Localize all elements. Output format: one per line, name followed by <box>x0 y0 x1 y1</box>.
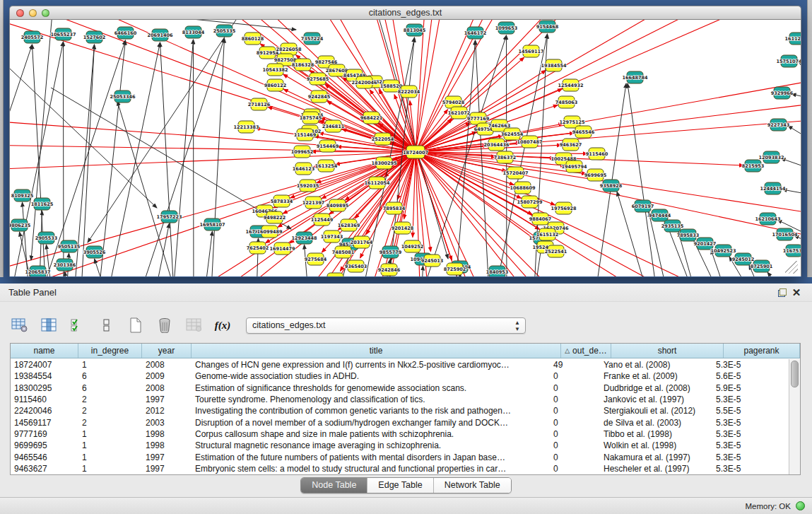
graph-node-label: 9474444 <box>649 213 671 218</box>
graph-node-label: 7357224 <box>301 36 324 42</box>
network-window-titlebar[interactable]: citations_edges.txt <box>9 6 801 20</box>
graph-node-label: 7625402 <box>247 245 269 251</box>
table-cell: Investigating the contribution of common… <box>192 406 550 416</box>
table-cell: Hescheler et al. (1997) <box>600 464 712 474</box>
graph-node-label: 10492523 <box>710 248 736 254</box>
table-cell: 1 <box>78 452 142 462</box>
table-cell: Stergiakouli et al. (2012) <box>600 406 712 416</box>
graph-node-label: 9154469 <box>317 144 339 149</box>
table-cell: Wolkin et al. (1998) <box>600 440 712 450</box>
table-scrollbar-thumb[interactable] <box>791 361 799 387</box>
column-header-name[interactable]: name <box>11 344 78 358</box>
table-cell: 22420046 <box>11 406 78 416</box>
citation-edge-black <box>23 202 32 276</box>
table-row[interactable]: 969969511998Structural magnetic resonanc… <box>11 440 789 451</box>
column-header-out_de[interactable]: △out_de… <box>561 344 611 358</box>
graph-node-label: 1646123 <box>293 166 315 172</box>
table-cell: 19384554 <box>11 371 78 381</box>
citation-edge-black <box>102 42 160 276</box>
graph-node-label: 9505135 <box>58 244 81 250</box>
graph-node-label: 6079197 <box>632 204 654 209</box>
graph-node-label: 12065837 <box>25 269 50 275</box>
tab-node-table[interactable]: Node Table <box>301 478 367 493</box>
graph-node-label: 8725901 <box>751 264 773 269</box>
network-window-title: citations_edges.txt <box>10 8 801 18</box>
select-all-checks-button[interactable] <box>68 316 88 334</box>
delete-table-button[interactable] <box>155 316 175 334</box>
table-cell: Estimation of significance thresholds fo… <box>192 383 550 393</box>
citation-edge-black <box>117 101 180 276</box>
graph-node-label: 7895833 <box>677 233 700 238</box>
table-row[interactable]: 946554611997Estimation of the future num… <box>11 451 789 462</box>
table-row[interactable]: 977716911998Corpus callosum shape and si… <box>11 428 789 440</box>
table-row[interactable]: 1938455462009Genome-wide association stu… <box>11 370 789 382</box>
graph-node-label: 2505335 <box>213 28 236 34</box>
background-window-left[interactable] <box>0 0 4 277</box>
table-cell: 18724007 <box>11 360 78 370</box>
graph-node-label: 5878334 <box>271 199 293 204</box>
column-header-short[interactable]: short <box>611 344 724 358</box>
fx-icon: f(x) <box>215 320 231 332</box>
column-header-in_degree[interactable]: in_degree <box>78 344 142 358</box>
citation-edge-black <box>201 231 213 276</box>
table-cell: 5.3E-5 <box>712 418 789 428</box>
graph-node-label: 9806235 <box>10 223 31 228</box>
table-cell: 2009 <box>142 371 192 381</box>
graph-node-label: 15751074 <box>776 59 801 64</box>
row-height-icon <box>102 318 111 332</box>
table-cell: Tourette syndrome. Phenomenology and cla… <box>192 395 550 404</box>
graph-node-label: 1613254 <box>315 163 338 169</box>
table-cell: 5.3E-5 <box>712 429 789 439</box>
graph-node-label: 2301386 <box>54 262 76 268</box>
column-header-pagerank[interactable]: pagerank <box>724 344 800 358</box>
tab-edge-table[interactable]: Edge Table <box>367 478 433 493</box>
table-row[interactable]: 1872400712008Changes of HCN gene express… <box>11 359 789 370</box>
graph-node-label: 20364436 <box>483 142 510 148</box>
graph-node-label: 19384554 <box>541 63 567 69</box>
new-table-button[interactable] <box>126 316 146 334</box>
window-resize-grip[interactable] <box>785 261 798 274</box>
graph-node-label: 10807487 <box>517 139 542 145</box>
table-cell: de Silva et al. (2003) <box>600 418 712 428</box>
graph-node-label: 1628369 <box>338 223 360 228</box>
table-cell: Dudbridge et al. (2008) <box>600 383 712 393</box>
table-cell: 14569117 <box>11 418 78 428</box>
graph-node-label: 9365403 <box>345 264 367 269</box>
table-row[interactable]: 946362711997Embryonic stem cells: a mode… <box>11 463 789 474</box>
graph-node-label: 1615132 <box>536 232 559 238</box>
table-settings-icon <box>11 318 28 332</box>
graph-node-label: 14569117 <box>518 49 543 54</box>
tab-network-table[interactable]: Network Table <box>433 478 511 493</box>
import-table-button-disabled[interactable] <box>184 316 204 334</box>
show-columns-button[interactable] <box>39 316 59 334</box>
close-panel-icon[interactable]: ✕ <box>789 286 804 299</box>
graph-node-label: 9855779 <box>379 250 402 255</box>
column-header-year[interactable]: year <box>142 344 192 358</box>
table-cell: 2 <box>78 406 142 416</box>
table-row[interactable]: 1456911722003Disruption of a novel membe… <box>11 416 789 428</box>
background-window-right[interactable] <box>807 0 812 277</box>
network-file-select[interactable]: citations_edges.txt ▲▼ <box>246 317 526 334</box>
table-row[interactable]: 2242004622012Investigating the contribut… <box>11 405 789 416</box>
column-header-title[interactable]: title <box>192 344 561 358</box>
table-cell: 0 <box>550 406 600 416</box>
graph-node-label: 9242845 <box>308 94 331 100</box>
graph-node-label: 2905533 <box>35 235 58 241</box>
table-cell: 1998 <box>142 429 192 439</box>
row-height-button[interactable] <box>97 316 117 334</box>
network-view-canvas[interactable]: 2405572106552371527602646616020691406813… <box>9 20 801 276</box>
citation-edge-black <box>160 42 177 276</box>
table-cell: 0 <box>550 418 600 428</box>
table-scrollbar[interactable] <box>789 359 800 474</box>
table-settings-button[interactable] <box>10 316 30 334</box>
function-builder-button[interactable]: f(x) <box>213 316 233 334</box>
float-panel-icon[interactable] <box>775 286 789 299</box>
graph-node-label: 9884067 <box>529 216 552 222</box>
memory-status-indicator[interactable] <box>796 501 805 510</box>
graph-node-label: 12975125 <box>559 119 585 125</box>
table-cell: 9463627 <box>11 464 78 474</box>
graph-node-label: 1167533 <box>783 248 801 254</box>
table-row[interactable]: 911546021997Tourette syndrome. Phenomeno… <box>11 394 789 405</box>
graph-node-label: 22420046 <box>351 80 377 86</box>
table-row[interactable]: 1830029562008Estimation of significance … <box>11 382 789 394</box>
